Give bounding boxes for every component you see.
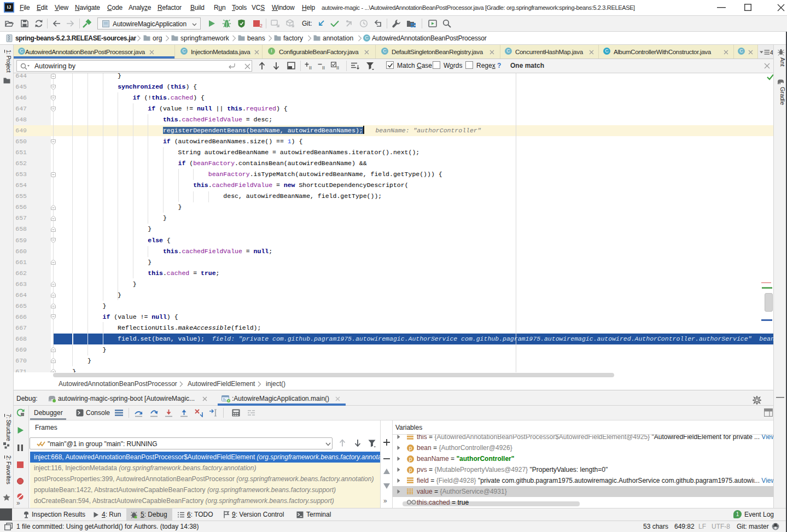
svg-text:4: 4 xyxy=(770,49,773,56)
svg-text:II: II xyxy=(309,65,312,70)
svg-text:II: II xyxy=(336,65,339,70)
svg-text:II: II xyxy=(322,65,325,70)
